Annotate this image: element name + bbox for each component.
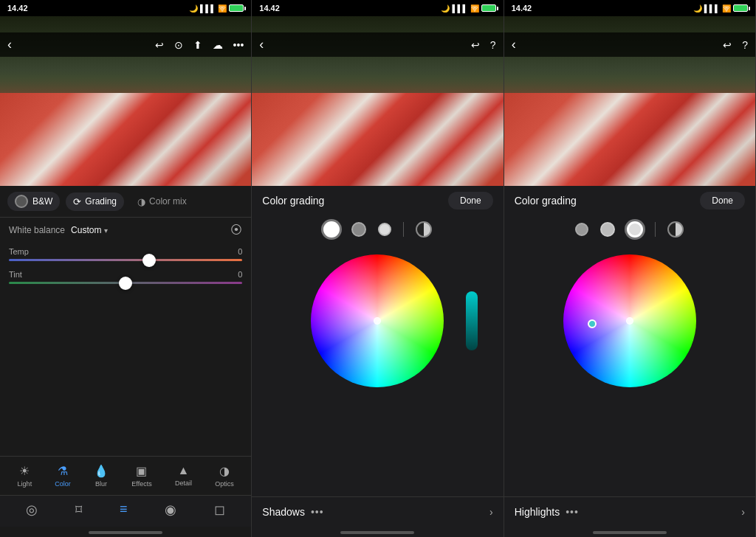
nav-heal[interactable]: ◻ [214,502,225,518]
tab-color-mix[interactable]: ◑ Color mix [130,193,194,211]
light-label: Light [18,480,32,488]
moon-icon-1: 🌙 [189,4,198,13]
signal-icon-2: ▌▌▌ [452,4,467,13]
wheel-handle-highlights[interactable] [588,319,597,328]
mode-split-2[interactable] [416,221,432,238]
dots-menu-2[interactable]: ••• [311,506,324,518]
dots-menu-3[interactable]: ••• [566,506,579,518]
back-button-1[interactable]: ‹ [7,37,12,52]
color-label: Color [55,480,71,488]
bw-label: B&W [32,196,52,207]
tint-thumb[interactable] [119,277,132,290]
wb-label: White balance [9,225,65,235]
cloud-icon-1[interactable]: ☁ [213,39,223,51]
grading-icon: ⟳ [73,196,81,207]
mode-separator-2 [403,222,404,237]
home-indicator-1 [89,531,162,534]
nav-crop[interactable]: ⌑ [75,502,82,518]
wb-value: Custom [71,225,101,235]
tool-color[interactable]: ⚗ Color [55,464,71,488]
tool-detail[interactable]: ▲ Detail [175,464,192,488]
wb-chevron-icon: ▾ [104,226,108,235]
status-icons-1: 🌙 ▌▌▌ 🛜 [189,4,244,13]
blur-icon: 💧 [94,464,109,478]
photo-buildings-2 [252,93,503,187]
status-time-3: 14.42 [512,4,532,13]
undo-icon-2[interactable]: ↩ [471,39,480,51]
tint-slider-row: Tint 0 [0,266,251,288]
mode-shadows-2[interactable] [323,221,340,238]
moon-icon-2: 🌙 [441,4,450,13]
bw-toggle[interactable]: B&W [7,192,60,211]
toolbar-top-3: ‹ ↩ ? [504,32,755,57]
toolbar-icons-1: ↩ ⊙ ⬆ ☁ ••• [155,39,244,51]
toolbar-icons-2: ↩ ? [471,39,496,51]
help-icon-2[interactable]: ? [490,39,496,51]
tint-track[interactable] [9,282,242,284]
photo-1: ‹ ↩ ⊙ ⬆ ☁ ••• [0,16,251,186]
bottom-tools-1: ☀ Light ⚗ Color 💧 Blur ▣ Effects ▲ Detai… [0,456,251,495]
color-wheel-inner-2 [311,254,444,387]
status-icons-2: 🌙 ▌▌▌ 🛜 [441,4,495,13]
nav-adjust[interactable]: ◎ [26,502,38,518]
temp-thumb[interactable] [142,254,156,267]
grading-header-2: Color grading Done [252,186,503,215]
tint-label: Tint [9,270,22,279]
mode-midtones-3[interactable] [600,222,615,237]
battery-icon-3 [733,4,748,12]
help-icon-3[interactable]: ? [742,39,748,51]
chevron-right-2[interactable]: › [489,506,493,518]
bw-toggle-circle [15,195,28,208]
light-icon: ☀ [19,464,30,478]
home-indicator-2 [340,531,414,534]
mode-midtones-2[interactable] [351,222,366,237]
mode-highlights-3[interactable] [627,221,643,238]
home-indicator-3 [593,531,667,534]
tool-blur[interactable]: 💧 Blur [94,464,109,488]
eyedropper-button[interactable]: ⦿ [230,224,242,237]
wb-dropdown[interactable]: Custom ▾ [71,225,108,235]
section-label-left-2: Shadows ••• [262,506,323,518]
export-icon-1[interactable]: ⬆ [193,39,202,51]
section-label-text-2: Shadows [262,506,305,518]
color-wheel-highlights[interactable] [563,254,696,387]
white-balance-row: White balance Custom ▾ ⦿ [0,218,251,243]
tint-value: 0 [238,270,242,279]
history-icon-1[interactable]: ⊙ [174,39,183,51]
mode-highlights-2[interactable] [378,223,391,236]
status-bar-1: 14.42 🌙 ▌▌▌ 🛜 [0,0,251,16]
more-icon-1[interactable]: ••• [233,39,244,51]
section-label-text-3: Highlights [515,506,560,518]
section-label-row-2: Shadows ••• › [252,496,503,527]
photo-3: ‹ ↩ ? [504,16,755,186]
color-wheel-shadows[interactable] [311,254,444,387]
panel-color-grading-highlights: 14.42 🌙 ▌▌▌ 🛜 ‹ ↩ ? Color grading Done [504,0,756,537]
tab-grading[interactable]: ⟳ Grading [66,193,124,211]
tool-optics[interactable]: ◑ Optics [215,464,234,488]
edit-tabs-1: B&W ⟳ Grading ◑ Color mix [0,186,251,218]
temp-slider-row: Temp 0 [0,243,251,266]
done-button-3[interactable]: Done [700,192,745,209]
bottom-nav-1: ◎ ⌑ ≡ ◉ ◻ [0,495,251,527]
blur-label: Blur [95,480,107,488]
undo-icon-3[interactable]: ↩ [723,39,732,51]
mode-split-3[interactable] [667,221,684,238]
done-button-2[interactable]: Done [448,192,493,209]
status-bar-3: 14.42 🌙 ▌▌▌ 🛜 [504,0,755,16]
section-label-left-3: Highlights ••• [515,506,579,518]
nav-filters[interactable]: ≡ [120,502,128,518]
undo-icon-1[interactable]: ↩ [155,39,164,51]
tool-effects[interactable]: ▣ Effects [131,464,151,488]
chevron-right-3[interactable]: › [741,506,745,518]
back-button-2[interactable]: ‹ [259,37,264,52]
nav-selective[interactable]: ◉ [165,502,176,518]
mode-shadows-3[interactable] [575,223,588,236]
cyan-strip-2 [466,291,478,350]
temp-track[interactable] [9,259,242,261]
wifi-icon-2: 🛜 [470,4,479,13]
tool-light[interactable]: ☀ Light [18,464,32,488]
photo-buildings-1 [0,93,251,187]
back-button-3[interactable]: ‹ [512,37,516,52]
status-icons-3: 🌙 ▌▌▌ 🛜 [693,4,748,13]
grading-title-2: Color grading [262,195,324,207]
